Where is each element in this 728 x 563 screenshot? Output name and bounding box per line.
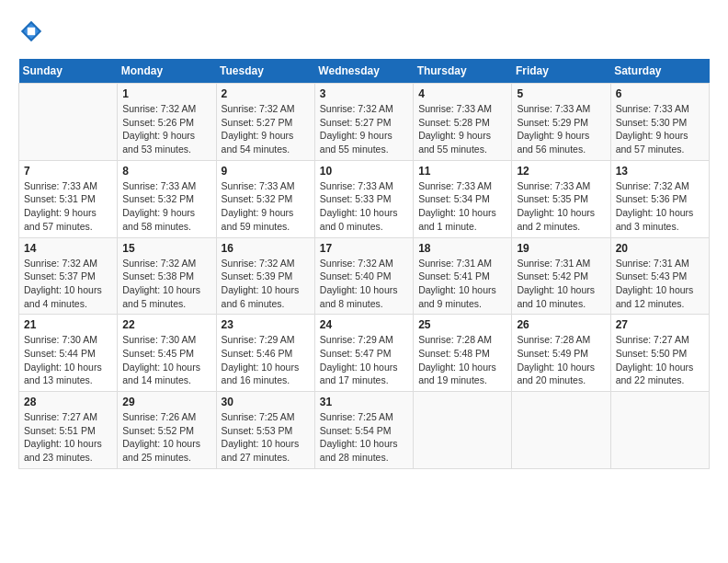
day-number: 11: [418, 165, 506, 178]
day-info: Sunrise: 7:33 AMSunset: 5:28 PMDaylight:…: [418, 102, 506, 156]
calendar-cell: [414, 392, 512, 469]
calendar-cell: 20Sunrise: 7:31 AMSunset: 5:43 PMDayligh…: [610, 237, 709, 315]
day-info: Sunrise: 7:27 AMSunset: 5:51 PMDaylight:…: [24, 410, 112, 465]
day-number: 30: [222, 396, 310, 408]
calendar-cell: 28Sunrise: 7:27 AMSunset: 5:51 PMDayligh…: [19, 392, 118, 469]
day-number: 19: [517, 242, 605, 255]
day-info: Sunrise: 7:29 AMSunset: 5:47 PMDaylight:…: [320, 333, 408, 387]
day-number: 23: [222, 318, 310, 331]
week-row-1: 1Sunrise: 7:32 AMSunset: 5:26 PMDaylight…: [19, 84, 710, 161]
day-info: Sunrise: 7:33 AMSunset: 5:33 PMDaylight:…: [320, 179, 408, 234]
header-thursday: Thursday: [414, 59, 512, 84]
calendar-cell: 1Sunrise: 7:32 AMSunset: 5:26 PMDaylight…: [118, 84, 216, 161]
header-monday: Monday: [118, 59, 216, 84]
day-number: 3: [320, 87, 408, 100]
day-info: Sunrise: 7:27 AMSunset: 5:50 PMDaylight:…: [616, 333, 704, 387]
calendar-cell: 5Sunrise: 7:33 AMSunset: 5:29 PMDaylight…: [512, 84, 610, 161]
logo-icon: [18, 18, 44, 44]
day-number: 18: [418, 242, 506, 255]
day-info: Sunrise: 7:29 AMSunset: 5:46 PMDaylight:…: [222, 333, 310, 387]
day-number: 20: [616, 242, 704, 255]
calendar-cell: 16Sunrise: 7:32 AMSunset: 5:39 PMDayligh…: [216, 237, 314, 315]
calendar-cell: 27Sunrise: 7:27 AMSunset: 5:50 PMDayligh…: [610, 315, 709, 392]
day-info: Sunrise: 7:32 AMSunset: 5:38 PMDaylight:…: [122, 257, 210, 311]
header-row: SundayMondayTuesdayWednesdayThursdayFrid…: [19, 59, 710, 84]
calendar-cell: 21Sunrise: 7:30 AMSunset: 5:44 PMDayligh…: [19, 315, 118, 392]
logo: [18, 18, 48, 44]
day-number: 7: [24, 165, 112, 178]
day-info: Sunrise: 7:31 AMSunset: 5:41 PMDaylight:…: [418, 257, 506, 311]
day-info: Sunrise: 7:32 AMSunset: 5:40 PMDaylight:…: [320, 257, 408, 311]
calendar-cell: 4Sunrise: 7:33 AMSunset: 5:28 PMDaylight…: [414, 84, 512, 161]
day-number: 27: [616, 318, 704, 331]
day-number: 29: [122, 396, 210, 408]
day-number: 21: [24, 318, 112, 331]
day-number: 5: [517, 87, 605, 100]
day-number: 6: [616, 87, 704, 100]
day-info: Sunrise: 7:33 AMSunset: 5:29 PMDaylight:…: [517, 102, 605, 156]
day-info: Sunrise: 7:33 AMSunset: 5:34 PMDaylight:…: [418, 179, 506, 234]
calendar-cell: 12Sunrise: 7:33 AMSunset: 5:35 PMDayligh…: [512, 160, 610, 237]
calendar-cell: [19, 84, 118, 161]
day-number: 15: [122, 242, 210, 255]
day-info: Sunrise: 7:33 AMSunset: 5:32 PMDaylight:…: [122, 179, 210, 234]
day-number: 14: [24, 242, 112, 255]
day-info: Sunrise: 7:32 AMSunset: 5:36 PMDaylight:…: [616, 179, 704, 234]
calendar-cell: 6Sunrise: 7:33 AMSunset: 5:30 PMDaylight…: [610, 84, 709, 161]
calendar-cell: 3Sunrise: 7:32 AMSunset: 5:27 PMDaylight…: [314, 84, 413, 161]
calendar-cell: 13Sunrise: 7:32 AMSunset: 5:36 PMDayligh…: [610, 160, 709, 237]
calendar-cell: 22Sunrise: 7:30 AMSunset: 5:45 PMDayligh…: [118, 315, 216, 392]
page-header: [18, 18, 710, 44]
day-info: Sunrise: 7:25 AMSunset: 5:53 PMDaylight:…: [222, 410, 310, 465]
day-number: 10: [320, 165, 408, 178]
svg-marker-2: [28, 28, 35, 35]
day-info: Sunrise: 7:32 AMSunset: 5:27 PMDaylight:…: [222, 102, 310, 156]
calendar-cell: 29Sunrise: 7:26 AMSunset: 5:52 PMDayligh…: [118, 392, 216, 469]
calendar-cell: 2Sunrise: 7:32 AMSunset: 5:27 PMDaylight…: [216, 84, 314, 161]
calendar-cell: 15Sunrise: 7:32 AMSunset: 5:38 PMDayligh…: [118, 237, 216, 315]
day-number: 9: [222, 165, 310, 178]
day-number: 28: [24, 396, 112, 408]
calendar-table: SundayMondayTuesdayWednesdayThursdayFrid…: [18, 59, 710, 469]
day-number: 12: [517, 165, 605, 178]
day-info: Sunrise: 7:31 AMSunset: 5:42 PMDaylight:…: [517, 257, 605, 311]
day-number: 25: [418, 318, 506, 331]
calendar-cell: 11Sunrise: 7:33 AMSunset: 5:34 PMDayligh…: [414, 160, 512, 237]
day-info: Sunrise: 7:28 AMSunset: 5:48 PMDaylight:…: [418, 333, 506, 387]
day-number: 31: [320, 396, 408, 408]
day-info: Sunrise: 7:30 AMSunset: 5:45 PMDaylight:…: [122, 333, 210, 387]
day-info: Sunrise: 7:31 AMSunset: 5:43 PMDaylight:…: [616, 257, 704, 311]
calendar-cell: [512, 392, 610, 469]
calendar-cell: 25Sunrise: 7:28 AMSunset: 5:48 PMDayligh…: [414, 315, 512, 392]
week-row-5: 28Sunrise: 7:27 AMSunset: 5:51 PMDayligh…: [19, 392, 710, 469]
calendar-cell: 8Sunrise: 7:33 AMSunset: 5:32 PMDaylight…: [118, 160, 216, 237]
calendar-cell: 17Sunrise: 7:32 AMSunset: 5:40 PMDayligh…: [314, 237, 413, 315]
header-saturday: Saturday: [610, 59, 709, 84]
calendar-cell: 9Sunrise: 7:33 AMSunset: 5:32 PMDaylight…: [216, 160, 314, 237]
calendar-cell: 24Sunrise: 7:29 AMSunset: 5:47 PMDayligh…: [314, 315, 413, 392]
day-info: Sunrise: 7:25 AMSunset: 5:54 PMDaylight:…: [320, 410, 408, 465]
calendar-cell: 18Sunrise: 7:31 AMSunset: 5:41 PMDayligh…: [414, 237, 512, 315]
day-info: Sunrise: 7:33 AMSunset: 5:31 PMDaylight:…: [24, 179, 112, 234]
day-info: Sunrise: 7:28 AMSunset: 5:49 PMDaylight:…: [517, 333, 605, 387]
day-number: 13: [616, 165, 704, 178]
day-number: 16: [222, 242, 310, 255]
day-info: Sunrise: 7:32 AMSunset: 5:26 PMDaylight:…: [122, 102, 210, 156]
day-number: 26: [517, 318, 605, 331]
week-row-2: 7Sunrise: 7:33 AMSunset: 5:31 PMDaylight…: [19, 160, 710, 237]
calendar-cell: 31Sunrise: 7:25 AMSunset: 5:54 PMDayligh…: [314, 392, 413, 469]
calendar-cell: 23Sunrise: 7:29 AMSunset: 5:46 PMDayligh…: [216, 315, 314, 392]
day-info: Sunrise: 7:30 AMSunset: 5:44 PMDaylight:…: [24, 333, 112, 387]
day-number: 24: [320, 318, 408, 331]
header-friday: Friday: [512, 59, 610, 84]
calendar-cell: 26Sunrise: 7:28 AMSunset: 5:49 PMDayligh…: [512, 315, 610, 392]
header-sunday: Sunday: [19, 59, 118, 84]
day-number: 22: [122, 318, 210, 331]
week-row-4: 21Sunrise: 7:30 AMSunset: 5:44 PMDayligh…: [19, 315, 710, 392]
calendar-cell: 19Sunrise: 7:31 AMSunset: 5:42 PMDayligh…: [512, 237, 610, 315]
header-tuesday: Tuesday: [216, 59, 314, 84]
header-wednesday: Wednesday: [314, 59, 413, 84]
calendar-cell: [610, 392, 709, 469]
day-info: Sunrise: 7:33 AMSunset: 5:35 PMDaylight:…: [517, 179, 605, 234]
calendar-cell: 7Sunrise: 7:33 AMSunset: 5:31 PMDaylight…: [19, 160, 118, 237]
